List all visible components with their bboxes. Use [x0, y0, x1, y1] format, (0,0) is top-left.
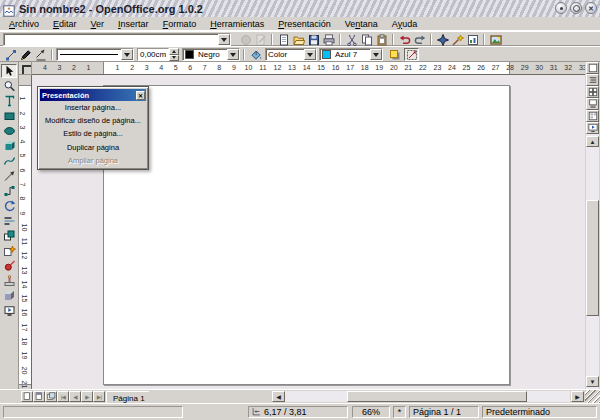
load-url-combobox[interactable] — [3, 33, 231, 46]
3d-controller-tool-button[interactable] — [1, 289, 17, 303]
gallery-button[interactable] — [488, 33, 503, 46]
ruler-corner[interactable] — [19, 62, 32, 75]
spin-down-icon[interactable] — [169, 55, 179, 62]
line-dialog-button[interactable] — [18, 48, 33, 61]
rotation-mode-button[interactable] — [404, 48, 419, 61]
first-page-button[interactable]: |◀ — [57, 391, 69, 402]
menu-archivo[interactable]: Archivo — [2, 18, 46, 30]
area-bucket-button[interactable] — [248, 48, 263, 61]
line-width-value[interactable]: 0,00cm — [137, 48, 169, 61]
outline-view-button[interactable] — [586, 74, 599, 86]
open-button[interactable] — [291, 33, 306, 46]
handout-view-button[interactable] — [586, 110, 599, 122]
toolbox-item-estilo-de-pagina[interactable]: Estilo de página... — [40, 127, 146, 140]
chevron-down-icon[interactable] — [370, 49, 382, 60]
title-bar[interactable]: Sin nombre2 - OpenOffice.org 1.0.2 — [0, 0, 600, 18]
close-icon[interactable] — [585, 2, 597, 14]
menu-ayuda[interactable]: Ayuda — [385, 18, 424, 30]
scroll-right-icon[interactable]: ▶ — [571, 391, 584, 402]
curve-tool-button[interactable] — [1, 154, 17, 168]
effects-tool-button[interactable] — [1, 259, 17, 273]
menu-insertar[interactable]: Insertar — [111, 18, 156, 30]
slide-page[interactable] — [103, 85, 510, 385]
line-color-combobox[interactable]: Negro — [182, 48, 240, 61]
redo-button[interactable] — [412, 33, 427, 46]
undo-button[interactable] — [397, 33, 412, 46]
3d-objects-tool-button[interactable] — [1, 139, 17, 153]
presentation-tool-button[interactable] — [1, 304, 17, 318]
navigator-button[interactable] — [435, 33, 450, 46]
ellipse-tool-button[interactable] — [1, 124, 17, 138]
h-ruler-number: 32 — [564, 64, 572, 71]
insert-text-tool-button[interactable] — [1, 94, 17, 108]
chevron-down-icon[interactable] — [227, 49, 239, 60]
rotate-tool-button[interactable] — [1, 199, 17, 213]
toolbox-item-duplicar-pagina[interactable]: Duplicar página — [40, 141, 146, 154]
start-presentation-button[interactable] — [586, 122, 599, 134]
menu-editar[interactable]: Editar — [46, 18, 84, 30]
maximize-icon[interactable] — [570, 2, 582, 14]
presentation-toolbox-titlebar[interactable]: Presentación ✕ — [40, 89, 146, 101]
line-style-combobox[interactable] — [56, 48, 134, 61]
chevron-down-icon[interactable] — [304, 49, 316, 60]
fill-style-value[interactable]: Color — [266, 50, 304, 59]
vertical-scrollbar[interactable]: ▲ ▼ — [586, 62, 599, 389]
slides-view-button[interactable] — [586, 86, 599, 98]
alignment-tool-button[interactable] — [1, 214, 17, 228]
toolbox-item-modificar-diseno-de-pagina[interactable]: Modificar diseño de página... — [40, 114, 146, 127]
connector-tool-button[interactable] — [1, 184, 17, 198]
edit-points-button[interactable] — [3, 48, 18, 61]
menu-formato[interactable]: Formato — [156, 18, 204, 30]
drawing-view-button[interactable] — [586, 62, 599, 74]
minimize-icon[interactable] — [555, 2, 567, 14]
arrange-tool-button[interactable] — [1, 229, 17, 243]
fill-color-combobox[interactable]: Azul 7 — [319, 48, 383, 61]
page-mode-button[interactable] — [21, 391, 33, 402]
menu-presentacion[interactable]: Presentación — [271, 18, 338, 30]
fill-style-combobox[interactable]: Color — [265, 48, 317, 61]
scroll-left-icon[interactable]: ◀ — [272, 391, 285, 402]
chevron-down-icon[interactable] — [218, 34, 230, 45]
page-style-field[interactable]: Predeterminado — [482, 406, 597, 418]
save-button[interactable] — [306, 33, 321, 46]
arrow-style-button[interactable] — [33, 48, 48, 61]
horizontal-scroll-track[interactable] — [285, 391, 570, 402]
resize-grip[interactable] — [585, 390, 600, 403]
notes-view-button[interactable] — [586, 98, 599, 110]
zoom-field[interactable]: 66% — [352, 406, 390, 418]
insert-tool-button[interactable] — [1, 244, 17, 258]
insert-object-button[interactable] — [465, 33, 480, 46]
print-button[interactable] — [321, 33, 336, 46]
master-page-mode-button[interactable] — [33, 391, 45, 402]
chevron-down-icon[interactable] — [121, 49, 133, 60]
menu-herramientas[interactable]: Herramientas — [203, 18, 271, 30]
copy-button[interactable] — [359, 33, 374, 46]
scroll-down-icon[interactable]: ▼ — [586, 376, 599, 387]
interaction-tool-button[interactable] — [1, 274, 17, 288]
line-width-spinner[interactable]: 0,00cm — [137, 48, 179, 61]
lines-arrows-tool-button[interactable] — [1, 169, 17, 183]
paste-button[interactable] — [374, 33, 389, 46]
previous-page-button[interactable]: ◀ — [69, 391, 81, 402]
toolbox-item-insertar-pagina[interactable]: Insertar página... — [40, 101, 146, 114]
v-ruler-number: 21 — [21, 380, 28, 388]
shadow-button[interactable] — [387, 48, 402, 61]
next-page-button[interactable]: ▶ — [81, 391, 93, 402]
fill-color-name[interactable]: Azul 7 — [333, 50, 370, 59]
last-page-button[interactable]: ▶| — [93, 391, 105, 402]
close-icon[interactable]: ✕ — [136, 91, 145, 100]
line-color-name[interactable]: Negro — [196, 50, 227, 59]
horizontal-scroll-thumb[interactable] — [347, 391, 527, 402]
menu-ventana[interactable]: Ventana — [338, 18, 385, 30]
new-document-button[interactable] — [276, 33, 291, 46]
vertical-scroll-thumb[interactable] — [586, 200, 599, 316]
layer-mode-button[interactable] — [45, 391, 57, 402]
h-ruler-number: 23 — [434, 64, 442, 71]
select-tool-button[interactable] — [1, 64, 17, 78]
rectangle-tool-button[interactable] — [1, 109, 17, 123]
menu-ver[interactable]: Ver — [84, 18, 112, 30]
zoom-tool-button[interactable] — [1, 79, 17, 93]
scroll-up-icon[interactable]: ▲ — [586, 136, 599, 147]
cut-button[interactable] — [344, 33, 359, 46]
autopilot-button[interactable] — [450, 33, 465, 46]
